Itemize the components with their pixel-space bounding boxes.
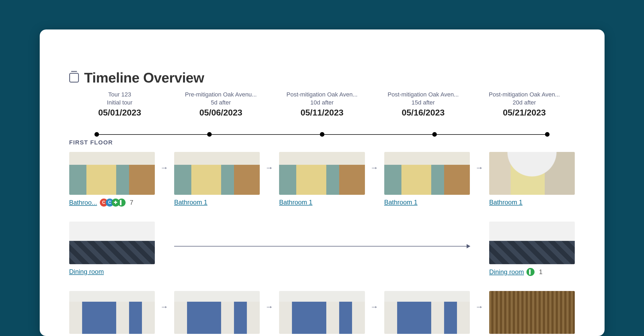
timeline-name: Tour 123: [108, 91, 131, 98]
room-thumbnail[interactable]: [384, 291, 470, 334]
room-thumbnail[interactable]: [174, 152, 260, 195]
room-thumbnail[interactable]: [384, 152, 470, 195]
room-thumbnail[interactable]: [489, 222, 575, 264]
timeline-dot: [207, 132, 212, 137]
timeline-dot: [320, 132, 324, 137]
room-thumbnail[interactable]: [279, 291, 365, 334]
room-cell: Dining room: [69, 222, 155, 276]
timeline-sub: Initial tour: [107, 99, 132, 106]
room-thumbnail[interactable]: [489, 291, 575, 334]
room-link[interactable]: Bathroom 1: [489, 199, 522, 206]
badge-icon[interactable]: ▌: [118, 199, 126, 207]
room-cell: Bathroom 1: [489, 152, 575, 206]
room-cell: Dining room ▌ 1: [489, 222, 575, 276]
timeline-date: 05/21/2023: [474, 108, 575, 118]
floor-label: FIRST FLOOR: [69, 139, 575, 146]
timeline-header: Tour 123 Initial tour 05/01/2023 Pre-mit…: [69, 91, 575, 118]
room-link[interactable]: Dining room: [69, 268, 104, 275]
long-arrow-icon: [174, 246, 470, 247]
room-cell: →: [279, 291, 365, 334]
arrow-right-icon: →: [370, 163, 378, 172]
room-thumbnail[interactable]: [69, 152, 155, 195]
timeline-date: 05/06/2023: [170, 108, 272, 118]
timeline-sub: 20d after: [513, 99, 536, 106]
room-thumbnail[interactable]: [279, 152, 365, 195]
room-row-dining: Dining room Dining room ▌ 1: [69, 222, 575, 276]
room-link[interactable]: Bathroom 1: [174, 199, 207, 206]
timeline-axis: [69, 131, 575, 139]
room-row-3: → → → →: [69, 291, 575, 334]
room-caption: Dining room ▌ 1: [489, 268, 575, 276]
timeline-name: Post-mitigation Oak Aven...: [489, 91, 560, 98]
timeline-date: 05/11/2023: [272, 108, 373, 118]
page-title: Timeline Overview: [84, 70, 204, 86]
timeline-sub: 5d after: [211, 99, 231, 106]
room-link[interactable]: Bathroom 1: [384, 199, 418, 206]
arrow-right-icon: →: [265, 302, 273, 311]
timeline-name: Pre-mitigation Oak Avenu...: [185, 91, 257, 98]
room-cell: → Bathroom 1: [384, 152, 470, 206]
badge-icon[interactable]: ▌: [526, 268, 535, 276]
room-caption: Dining room: [69, 268, 155, 275]
arrow-right-icon: →: [475, 163, 483, 172]
room-link[interactable]: Bathroom 1: [279, 199, 312, 206]
timeline-sub: 10d after: [310, 99, 334, 106]
timeline-col-4[interactable]: Post-mitigation Oak Aven... 20d after 05…: [474, 91, 575, 118]
room-cell: → Bathroom 1: [174, 152, 260, 206]
room-caption: Bathroom 1: [384, 199, 470, 206]
arrow-right-icon: →: [160, 302, 168, 311]
timeline-sub: 15d after: [412, 99, 435, 106]
timeline-dot: [94, 132, 99, 137]
room-cell: →: [69, 291, 155, 334]
timeline-name: Post-mitigation Oak Aven...: [287, 91, 358, 98]
arrow-right-icon: →: [160, 163, 168, 172]
timeline-col-3[interactable]: Post-mitigation Oak Aven... 15d after 05…: [373, 91, 474, 118]
room-thumbnail[interactable]: [69, 222, 155, 264]
timeline-date: 05/16/2023: [373, 108, 474, 118]
arrow-right-icon: →: [265, 163, 273, 172]
room-thumbnail[interactable]: [489, 152, 575, 195]
room-cell: → Bathroo... C C ✚ ▌ 7: [69, 152, 155, 207]
timeline-dot: [432, 132, 437, 137]
room-cell: → Bathroom 1: [279, 152, 365, 206]
room-cell: →: [174, 291, 260, 334]
timeline-col-1[interactable]: Pre-mitigation Oak Avenu... 5d after 05/…: [170, 91, 272, 118]
room-link[interactable]: Bathroo...: [69, 199, 97, 206]
stack-icon: [69, 73, 79, 83]
room-thumbnail[interactable]: [69, 291, 155, 334]
room-link[interactable]: Dining room: [489, 268, 524, 276]
room-caption: Bathroom 1: [489, 199, 575, 206]
timeline-axis-dots: [94, 132, 550, 137]
heading: Timeline Overview: [69, 70, 575, 86]
arrow-right-icon: →: [475, 302, 483, 311]
timeline-date: 05/01/2023: [69, 108, 170, 118]
room-row-bathroom: → Bathroo... C C ✚ ▌ 7 → Bathroom 1 →: [69, 152, 575, 207]
timeline-dot: [545, 132, 550, 137]
room-cell: →: [384, 291, 470, 334]
timeline-overview-card: Timeline Overview Tour 123 Initial tour …: [40, 29, 605, 336]
timeline-col-2[interactable]: Post-mitigation Oak Aven... 10d after 05…: [272, 91, 373, 118]
room-cell: [489, 291, 575, 334]
room-caption: Bathroo... C C ✚ ▌ 7: [69, 199, 155, 207]
room-thumbnail[interactable]: [174, 291, 260, 334]
badge-group: C C ✚ ▌: [100, 199, 126, 207]
room-caption: Bathroom 1: [279, 199, 365, 206]
room-caption: Bathroom 1: [174, 199, 260, 206]
badge-group: ▌: [526, 268, 535, 276]
arrow-right-icon: →: [370, 302, 378, 311]
timeline-col-0[interactable]: Tour 123 Initial tour 05/01/2023: [69, 91, 170, 118]
timeline-name: Post-mitigation Oak Aven...: [388, 91, 459, 98]
badge-count: 7: [130, 199, 133, 206]
badge-count: 1: [539, 268, 542, 276]
